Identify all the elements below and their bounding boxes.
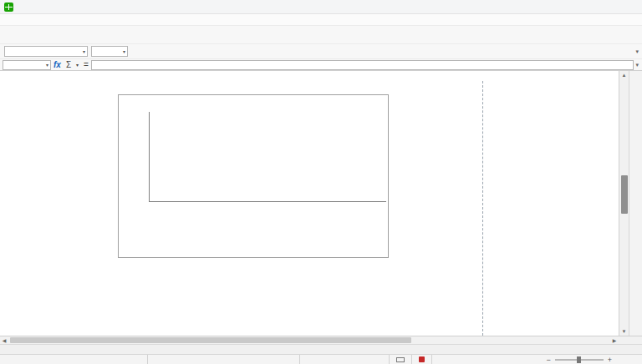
zoom-control[interactable]: − + [546,356,642,364]
app-icon [4,3,13,12]
status-bar: − + [0,354,642,364]
document-modified-icon [419,356,425,362]
page-break-line [482,81,483,336]
zoom-out-icon[interactable]: − [546,356,550,364]
scroll-left-icon[interactable]: ◀ [0,336,8,344]
chevron-down-icon: ▾ [123,48,125,54]
formula-icon[interactable]: = [84,60,89,69]
sheet-tab-bar [0,344,642,354]
formula-input[interactable] [91,60,634,70]
selection-mode-status[interactable] [390,355,412,364]
chart-bars [149,112,385,201]
page-style-status[interactable] [148,355,300,364]
horizontal-scrollbar[interactable]: ◀ ▶ [0,336,642,344]
zoom-in-icon[interactable]: + [608,356,612,364]
embedded-chart[interactable] [118,94,389,258]
sum-icon[interactable]: Σ [66,60,71,69]
scroll-down-icon[interactable]: ▼ [619,327,629,336]
horizontal-scrollbar-thumb[interactable] [10,337,411,343]
language-status[interactable] [300,355,390,364]
formatting-toolbar: ▾ ▾ ▾ [0,44,642,59]
document-modified-status[interactable] [412,355,432,364]
expand-formula-bar-icon[interactable]: ▾ [635,62,639,68]
vertical-scrollbar-thumb[interactable] [621,175,628,214]
zoom-slider[interactable] [555,359,604,361]
font-size-combo[interactable]: ▾ [91,46,128,57]
name-box[interactable]: ▾ [3,60,51,70]
libreoffice-calc-window: ▾ ▾ ▾ ▾ fx Σ ▾ = ▾ ▲ ▼ ◀ ▶ [0,0,642,364]
title-bar [0,0,642,14]
formula-bar: ▾ fx Σ ▾ = ▾ [0,59,642,71]
chevron-down-icon: ▾ [83,48,85,54]
vertical-scrollbar[interactable]: ▲ ▼ [619,71,629,336]
average-sum-status[interactable] [432,355,546,364]
sidebar [629,71,642,336]
chevron-down-icon: ▾ [46,62,48,68]
sheet-count-status [0,355,148,364]
menu-bar [0,14,642,26]
scroll-right-icon[interactable]: ▶ [610,336,619,344]
function-wizard-icon[interactable]: fx [54,60,61,69]
standard-toolbar [0,26,642,44]
font-name-combo[interactable]: ▾ [4,46,88,57]
selection-mode-icon [396,357,405,362]
chevron-down-icon[interactable]: ▾ [76,62,79,68]
toolbar-overflow-icon[interactable]: ▾ [635,48,639,55]
zoom-slider-thumb[interactable] [577,356,581,363]
scroll-up-icon[interactable]: ▲ [619,71,629,79]
